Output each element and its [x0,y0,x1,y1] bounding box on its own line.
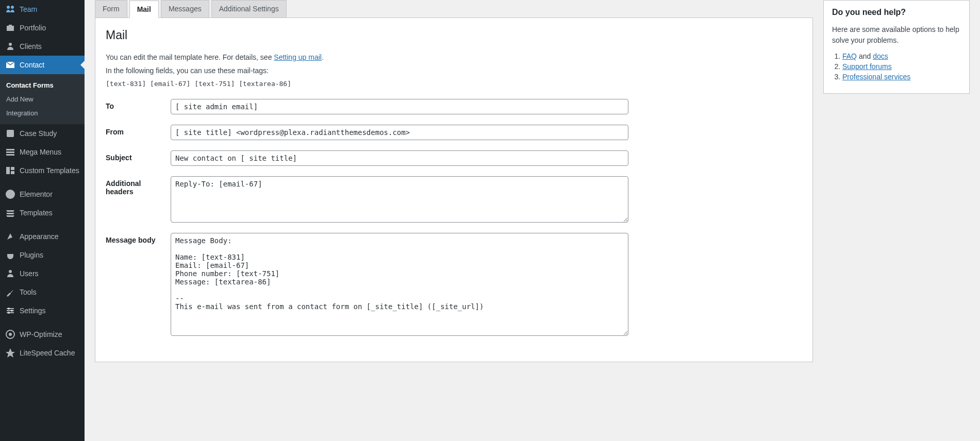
tab-bar: Form Mail Messages Additional Settings [95,0,813,18]
tab-messages[interactable]: Messages [161,0,209,18]
sidebar-item-label: Case Study [20,129,57,138]
help-link-docs[interactable]: docs [873,52,888,60]
help-title: Do you need help? [832,8,961,17]
svg-point-15 [8,308,10,310]
panel-intro-2: In the following fields, you can use the… [106,65,802,76]
sidebar-item-label: Elementor [20,190,53,198]
additional-headers-label: Additional headers [106,176,171,196]
to-label: To [106,99,171,110]
sidebar-item-label: Clients [20,42,42,50]
help-item-faq-docs: FAQ and docs [842,52,961,60]
help-link-support[interactable]: Support forums [842,62,892,71]
submenu-contact-forms[interactable]: Contact Forms [0,78,85,92]
tools-icon [5,287,15,297]
custom-templates-icon [5,165,15,176]
sidebar-item-elementor[interactable]: Elementor [0,185,85,203]
case-study-icon [5,128,15,139]
svg-rect-5 [6,151,14,153]
settings-icon [5,306,15,316]
from-input[interactable] [171,125,628,140]
sidebar-item-contact[interactable]: Contact [0,56,85,74]
svg-rect-7 [6,167,10,174]
svg-point-2 [9,43,12,46]
sidebar-item-wp-optimize[interactable]: WP-Optimize [0,325,85,344]
submenu-integration[interactable]: Integration [0,106,85,120]
additional-headers-textarea[interactable] [171,176,628,223]
svg-point-17 [8,312,10,314]
sidebar-item-users[interactable]: Users [0,264,85,283]
svg-rect-3 [7,130,14,137]
plugins-icon [5,250,15,260]
sidebar-item-label: Plugins [20,251,43,259]
elementor-icon [5,189,15,199]
svg-point-11 [9,270,12,273]
svg-point-16 [11,310,13,312]
help-intro: Here are some available options to help … [832,24,961,46]
message-body-label: Message body [106,233,171,244]
wp-optimize-icon [5,329,15,340]
templates-icon [5,208,15,218]
sidebar-item-label: Contact [20,61,44,69]
sidebar-item-label: Portfolio [20,24,46,32]
sidebar-item-label: Mega Menus [20,148,61,156]
svg-point-10 [6,190,15,199]
panel-intro-1: You can edit the mail template here. For… [106,52,802,63]
sidebar-item-settings[interactable]: Settings [0,301,85,320]
sidebar-submenu: Contact Forms Add New Integration [0,74,85,124]
sidebar-item-label: Custom Templates [20,166,79,175]
mail-icon [5,60,15,70]
users-icon [5,268,15,279]
sidebar-item-clients[interactable]: Clients [0,37,85,56]
sidebar-item-label: LiteSpeed Cache [20,349,75,357]
sidebar-item-tools[interactable]: Tools [0,283,85,301]
team-icon [5,4,15,14]
main-content: Form Mail Messages Additional Settings M… [85,0,980,441]
from-label: From [106,125,171,136]
sidebar-item-custom-templates[interactable]: Custom Templates [0,161,85,180]
clients-icon [5,41,15,52]
sidebar-item-portfolio[interactable]: Portfolio [0,19,85,37]
tab-form[interactable]: Form [95,0,127,18]
setting-up-mail-link[interactable]: Setting up mail [274,53,322,61]
mail-tags: [text-831] [email-67] [text-751] [textar… [106,80,802,88]
mail-panel: Mail You can edit the mail template here… [95,18,813,362]
panel-heading: Mail [106,28,802,42]
svg-point-19 [9,333,12,336]
admin-sidebar: Team Portfolio Clients Contact Contact F… [0,0,85,441]
sidebar-item-litespeed[interactable]: LiteSpeed Cache [0,344,85,362]
help-link-faq[interactable]: FAQ [842,52,857,60]
svg-rect-4 [6,149,14,150]
svg-point-1 [11,6,14,9]
portfolio-icon [5,23,15,33]
help-link-pro[interactable]: Professional services [842,73,910,81]
sidebar-item-label: Team [20,5,37,13]
to-input[interactable] [171,99,628,114]
sidebar-item-team[interactable]: Team [0,0,85,19]
sidebar-item-label: Templates [20,209,53,217]
litespeed-icon [5,348,15,358]
help-box: Do you need help? Here are some availabl… [823,0,970,94]
svg-rect-8 [11,167,14,170]
sidebar-item-templates[interactable]: Templates [0,203,85,222]
sidebar-item-label: Settings [20,307,46,315]
sidebar-item-label: WP-Optimize [20,330,62,338]
subject-label: Subject [106,150,171,162]
subject-input[interactable] [171,150,628,166]
tab-additional-settings[interactable]: Additional Settings [211,0,287,18]
sidebar-item-label: Appearance [20,232,59,241]
svg-rect-6 [6,154,14,156]
message-body-textarea[interactable] [171,233,628,336]
sidebar-item-appearance[interactable]: Appearance [0,227,85,246]
sidebar-item-label: Tools [20,288,37,296]
mega-menus-icon [5,147,15,157]
sidebar-item-plugins[interactable]: Plugins [0,246,85,264]
svg-point-0 [7,6,10,9]
sidebar-item-case-study[interactable]: Case Study [0,124,85,143]
svg-rect-9 [11,171,14,174]
sidebar-item-label: Users [20,269,39,278]
sidebar-item-mega-menus[interactable]: Mega Menus [0,143,85,161]
submenu-add-new[interactable]: Add New [0,92,85,106]
appearance-icon [5,231,15,242]
tab-mail[interactable]: Mail [129,1,159,18]
